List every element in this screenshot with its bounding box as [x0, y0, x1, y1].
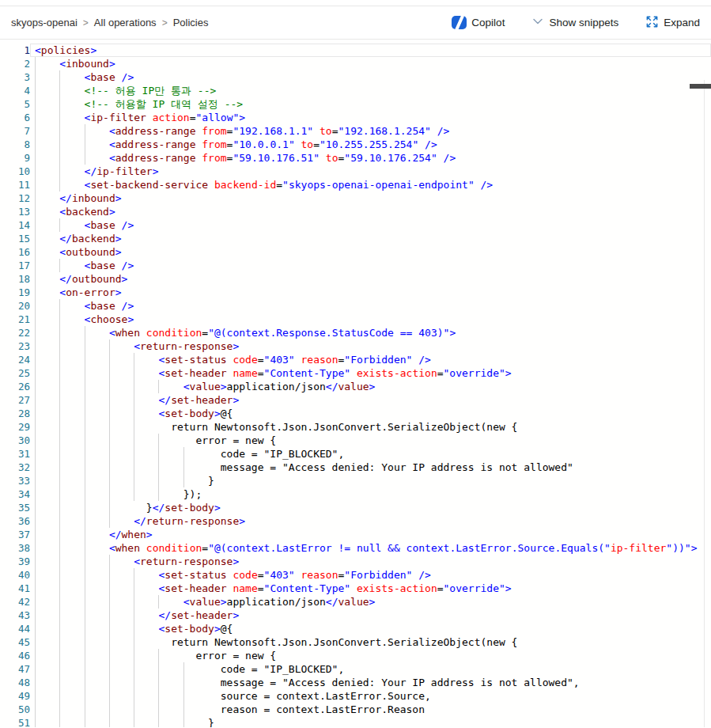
code-line-content[interactable]: <base />: [30, 259, 711, 272]
code-line-content[interactable]: <set-status code="403" reason="Forbidden…: [30, 353, 711, 366]
code-line[interactable]: 40<set-status code="403" reason="Forbidd…: [0, 568, 711, 582]
line-number[interactable]: 7: [0, 124, 30, 138]
line-number[interactable]: 32: [0, 461, 30, 474]
code-line-content[interactable]: <set-body>@{: [30, 622, 711, 635]
line-number[interactable]: 10: [0, 165, 30, 178]
code-line-content[interactable]: <return-response>: [30, 339, 711, 353]
line-number[interactable]: 3: [0, 70, 30, 84]
line-number[interactable]: 13: [0, 205, 30, 218]
code-line-content[interactable]: </inbound>: [30, 191, 711, 205]
code-line[interactable]: 14<base />: [0, 218, 711, 232]
code-line[interactable]: 8<address-range from="10.0.0.1" to="10.2…: [0, 138, 711, 151]
code-line[interactable]: 25<set-header name="Content-Type" exists…: [0, 366, 711, 380]
code-line[interactable]: 7<address-range from="192.168.1.1" to="1…: [0, 124, 711, 138]
code-line[interactable]: 33}: [0, 474, 711, 487]
code-line[interactable]: 17<base />: [0, 259, 711, 272]
code-line-content[interactable]: <inbound>: [30, 57, 711, 70]
code-line-content[interactable]: source = context.LastError.Source,: [30, 689, 711, 703]
code-line[interactable]: 38<when condition="@(context.LastError !…: [0, 541, 711, 555]
line-number[interactable]: 24: [0, 353, 30, 366]
vertical-scrollbar-thumb[interactable]: [690, 84, 711, 89]
code-line[interactable]: 13<backend>: [0, 205, 711, 218]
line-number[interactable]: 16: [0, 245, 30, 259]
line-number[interactable]: 31: [0, 447, 30, 461]
code-line-content[interactable]: }</set-body>: [30, 501, 711, 514]
line-number[interactable]: 14: [0, 218, 30, 232]
code-line-content[interactable]: <address-range from="192.168.1.1" to="19…: [30, 124, 711, 138]
line-number[interactable]: 4: [0, 84, 30, 97]
line-number[interactable]: 50: [0, 703, 30, 716]
code-line-content[interactable]: return Newtonsoft.Json.JsonConvert.Seria…: [30, 635, 711, 649]
code-line[interactable]: 1<policies>: [0, 44, 711, 57]
code-line[interactable]: 12</inbound>: [0, 191, 711, 205]
code-line[interactable]: 16<outbound>: [0, 245, 711, 259]
code-line-content[interactable]: <address-range from="59.10.176.51" to="5…: [30, 151, 711, 165]
code-line-content[interactable]: error = new {: [30, 434, 711, 447]
code-line[interactable]: 5<!-- 허용할 IP 대역 설정 -->: [0, 97, 711, 111]
line-number[interactable]: 5: [0, 97, 30, 111]
line-number[interactable]: 11: [0, 178, 30, 191]
code-line[interactable]: 30 error = new {: [0, 434, 711, 447]
code-line-content[interactable]: <set-header name="Content-Type" exists-a…: [30, 366, 711, 380]
code-line[interactable]: 23<return-response>: [0, 339, 711, 353]
code-line-content[interactable]: </ip-filter>: [30, 165, 711, 178]
line-number[interactable]: 45: [0, 635, 30, 649]
code-line-content[interactable]: <policies>: [30, 44, 711, 57]
code-line-content[interactable]: <when condition="@(context.Response.Stat…: [30, 326, 711, 339]
code-line[interactable]: 22<when condition="@(context.Response.St…: [0, 326, 711, 339]
code-line[interactable]: 18</outbound>: [0, 272, 711, 286]
code-line-content[interactable]: }: [30, 716, 711, 727]
breadcrumb-policies[interactable]: Policies: [173, 17, 209, 28]
code-line-content[interactable]: message = "Access denied: Your IP addres…: [30, 461, 711, 474]
code-line-content[interactable]: });: [30, 487, 711, 501]
line-number[interactable]: 39: [0, 555, 30, 568]
code-line-content[interactable]: <base />: [30, 70, 711, 84]
line-number[interactable]: 37: [0, 528, 30, 541]
line-number[interactable]: 46: [0, 649, 30, 662]
code-line[interactable]: 37</when>: [0, 528, 711, 541]
code-line[interactable]: 31 code = "IP_BLOCKED",: [0, 447, 711, 461]
code-line-content[interactable]: <base />: [30, 299, 711, 313]
code-line-content[interactable]: </set-header>: [30, 393, 711, 407]
line-number[interactable]: 20: [0, 299, 30, 313]
scrollbar-track[interactable]: [704, 80, 705, 727]
code-line[interactable]: 28<set-body>@{: [0, 407, 711, 420]
code-line-content[interactable]: <set-body>@{: [30, 407, 711, 420]
code-line-content[interactable]: <!-- 허용할 IP 대역 설정 -->: [30, 97, 711, 111]
breadcrumb-api[interactable]: skyops-openai: [11, 17, 78, 28]
line-number[interactable]: 47: [0, 662, 30, 676]
code-line-content[interactable]: <return-response>: [30, 555, 711, 568]
code-line[interactable]: 45 return Newtonsoft.Json.JsonConvert.Se…: [0, 635, 711, 649]
code-line[interactable]: 34});: [0, 487, 711, 501]
line-number[interactable]: 9: [0, 151, 30, 165]
line-number[interactable]: 33: [0, 474, 30, 487]
line-number[interactable]: 27: [0, 393, 30, 407]
line-number[interactable]: 42: [0, 595, 30, 609]
code-line-content[interactable]: </return-response>: [30, 514, 711, 528]
line-number[interactable]: 12: [0, 191, 30, 205]
line-number[interactable]: 21: [0, 313, 30, 326]
code-line[interactable]: 46 error = new {: [0, 649, 711, 662]
line-number[interactable]: 29: [0, 420, 30, 434]
code-line[interactable]: 44<set-body>@{: [0, 622, 711, 635]
line-number[interactable]: 17: [0, 259, 30, 272]
code-line[interactable]: 47 code = "IP_BLOCKED",: [0, 662, 711, 676]
code-line[interactable]: 21<choose>: [0, 313, 711, 326]
code-line-content[interactable]: <value>application/json</value>: [30, 380, 711, 393]
code-line-content[interactable]: </backend>: [30, 232, 711, 245]
code-line-content[interactable]: <address-range from="10.0.0.1" to="10.25…: [30, 138, 711, 151]
code-line-content[interactable]: reason = context.LastError.Reason: [30, 703, 711, 716]
line-number[interactable]: 40: [0, 568, 30, 582]
code-line[interactable]: 10</ip-filter>: [0, 165, 711, 178]
expand-button[interactable]: Expand: [645, 15, 700, 31]
code-line-content[interactable]: code = "IP_BLOCKED",: [30, 662, 711, 676]
code-line-content[interactable]: <value>application/json</value>: [30, 595, 711, 609]
line-number[interactable]: 48: [0, 676, 30, 689]
line-number[interactable]: 36: [0, 514, 30, 528]
line-number[interactable]: 22: [0, 326, 30, 339]
line-number[interactable]: 30: [0, 434, 30, 447]
code-line[interactable]: 51}: [0, 716, 711, 727]
code-line[interactable]: 3<base />: [0, 70, 711, 84]
code-line-content[interactable]: <!-- 허용 IP만 통과 -->: [30, 84, 711, 97]
line-number[interactable]: 49: [0, 689, 30, 703]
